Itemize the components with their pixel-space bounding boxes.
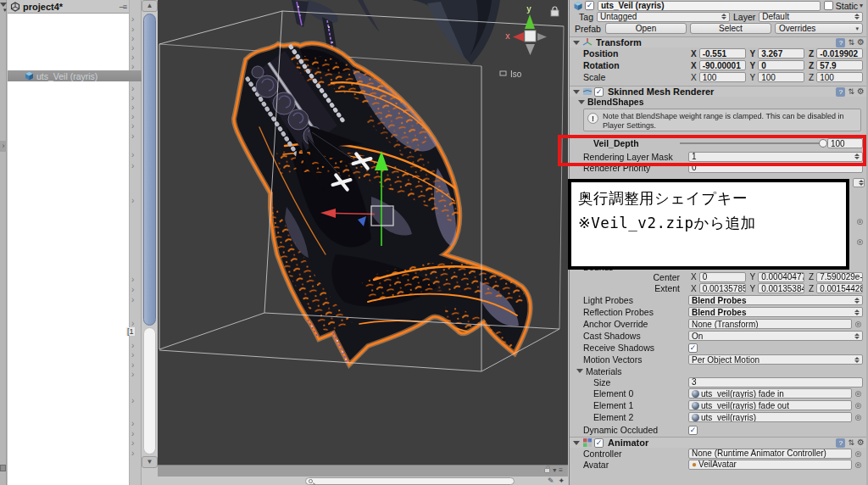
- chevron-right-icon[interactable]: ›: [131, 25, 134, 34]
- scroll-up-button[interactable]: ▲: [142, 0, 158, 12]
- position-z-field[interactable]: -0.019902: [816, 48, 863, 59]
- chevron-right-icon[interactable]: ›: [131, 103, 134, 112]
- chevron-right-icon[interactable]: ›: [131, 151, 134, 159]
- object-picker-icon[interactable]: ◎: [854, 389, 863, 398]
- chevron-right-icon[interactable]: ›: [131, 320, 134, 328]
- chevron-right-icon[interactable]: ›: [131, 85, 134, 93]
- rotation-z-field[interactable]: 57.9: [816, 60, 863, 70]
- component-enabled-checkbox[interactable]: ✓: [594, 438, 604, 448]
- chevron-right-icon[interactable]: ›: [131, 122, 134, 131]
- chevron-right-icon[interactable]: ›: [131, 342, 134, 350]
- search-input[interactable]: [305, 477, 515, 485]
- center-x-field[interactable]: 0: [699, 272, 746, 282]
- favorite-tool-icon[interactable]: ✦: [558, 477, 565, 485]
- help-icon[interactable]: ?: [836, 38, 845, 47]
- chevron-right-icon[interactable]: ›: [131, 371, 134, 379]
- dynamic-occluded-checkbox[interactable]: ✓: [688, 426, 698, 435]
- chevron-right-icon[interactable]: ›: [131, 162, 134, 170]
- extent-y-field[interactable]: 0.00135384: [758, 283, 804, 293]
- animator-header[interactable]: ✓ Animator ? ⇅ ⚙: [570, 437, 868, 448]
- chevron-right-icon[interactable]: ›: [131, 439, 134, 448]
- motion-vectors-dropdown[interactable]: Per Object Motion: [688, 354, 863, 365]
- extent-x-field[interactable]: 0.00135785: [699, 283, 746, 293]
- gizmo-center-cube[interactable]: [525, 31, 536, 42]
- chevron-right-icon[interactable]: ›: [131, 276, 134, 284]
- position-y-field[interactable]: 3.267: [758, 48, 804, 59]
- element0-object-field[interactable]: uts_veil(rayris) fade in: [688, 388, 852, 399]
- foldout-triangle-icon[interactable]: [573, 41, 580, 45]
- chevron-right-icon[interactable]: ›: [131, 197, 134, 205]
- lock-icon[interactable]: [544, 468, 550, 473]
- rotation-x-field[interactable]: -90.00001: [699, 60, 746, 70]
- skinned-mesh-renderer-header[interactable]: ✓ Skinned Mesh Renderer ? ⇅ ⚙: [570, 86, 868, 97]
- object-picker-icon[interactable]: ◎: [854, 413, 863, 421]
- scale-x-field[interactable]: 100: [699, 72, 746, 82]
- hierarchy-item-uts-veil[interactable]: uts_Veil (rayris): [8, 70, 142, 81]
- chevron-right-icon[interactable]: ›: [131, 420, 134, 428]
- edit-tool-icon[interactable]: ✎: [548, 477, 554, 485]
- scrollbar-track[interactable]: [143, 327, 156, 454]
- chevron-right-icon[interactable]: ›: [131, 15, 134, 24]
- object-picker-icon[interactable]: ◎: [855, 237, 865, 246]
- chevron-right-icon[interactable]: ›: [131, 296, 134, 304]
- receive-shadows-checkbox[interactable]: ✓: [688, 343, 698, 353]
- chevron-right-icon[interactable]: ›: [131, 351, 134, 360]
- preset-icon[interactable]: ⇅: [848, 88, 854, 96]
- chevron-right-icon[interactable]: ›: [131, 397, 134, 405]
- hierarchy-header[interactable]: project4* ‒≡: [8, 0, 129, 14]
- chevron-right-icon[interactable]: ›: [131, 361, 134, 370]
- anchor-override-object-field[interactable]: None (Transform): [688, 319, 852, 329]
- object-picker-icon[interactable]: ◎: [854, 401, 863, 410]
- preset-icon[interactable]: ⇅: [848, 39, 854, 47]
- static-dropdown-icon[interactable]: ▾: [860, 2, 863, 9]
- hamburger-menu-icon[interactable]: ≡: [559, 467, 563, 474]
- hierarchy-scrollbar[interactable]: ▲ ▼: [141, 0, 158, 485]
- object-picker-icon[interactable]: ◎: [854, 449, 863, 458]
- panel-menu-icon[interactable]: ‒≡: [120, 3, 126, 11]
- element2-object-field[interactable]: uts_veil(rayris): [688, 412, 852, 422]
- chevron-right-icon[interactable]: ›: [131, 53, 134, 62]
- controller-object-field[interactable]: None (Runtime Animator Controller): [688, 449, 852, 459]
- materials-size-field[interactable]: 3: [688, 377, 863, 387]
- foldout-triangle-icon[interactable]: [573, 90, 580, 94]
- transform-header[interactable]: Transform ? ⇅ ⚙: [570, 36, 868, 47]
- object-picker-icon[interactable]: ◎: [854, 320, 863, 328]
- static-checkbox[interactable]: ✓: [824, 1, 833, 10]
- preset-icon[interactable]: ⇅: [848, 439, 854, 447]
- chevron-right-icon[interactable]: ›: [131, 94, 134, 103]
- light-probes-dropdown[interactable]: Blend Probes: [688, 295, 863, 305]
- collapse-triangle-icon[interactable]: ▾: [0, 3, 7, 7]
- prefab-open-button[interactable]: Open: [605, 23, 687, 34]
- help-icon[interactable]: ?: [836, 87, 845, 97]
- chevron-right-icon[interactable]: ›: [0, 141, 7, 152]
- prefab-overrides-dropdown[interactable]: Overrides▾: [775, 23, 863, 34]
- gameobject-name-field[interactable]: uts_Veil (rayris): [598, 1, 821, 11]
- gear-icon[interactable]: ⚙: [857, 87, 865, 96]
- position-x-field[interactable]: -0.551: [699, 48, 746, 59]
- chevron-right-icon[interactable]: ›: [131, 132, 134, 141]
- object-picker-icon[interactable]: ◎: [854, 460, 863, 469]
- tag-dropdown[interactable]: Untagged: [597, 12, 730, 22]
- component-enabled-checkbox[interactable]: ✓: [594, 87, 604, 97]
- blendshapes-foldout[interactable]: BlendShapes: [570, 97, 868, 107]
- projection-mode-label[interactable]: Iso: [510, 70, 522, 79]
- cast-shadows-dropdown[interactable]: On: [688, 331, 863, 341]
- materials-foldout[interactable]: Materials: [570, 365, 868, 376]
- foldout-triangle-icon[interactable]: [573, 441, 580, 445]
- reflection-probes-dropdown[interactable]: Blend Probes: [688, 307, 863, 317]
- scale-y-field[interactable]: 100: [758, 72, 804, 82]
- gear-icon[interactable]: ⚙: [857, 38, 865, 47]
- chevron-right-icon[interactable]: ›: [131, 286, 134, 294]
- avatar-object-field[interactable]: ●VeilAvatar: [688, 460, 852, 470]
- scene-viewport[interactable]: y x Iso: [158, 0, 568, 465]
- help-icon[interactable]: ?: [836, 438, 845, 448]
- center-y-field[interactable]: 0.00040477: [758, 272, 804, 282]
- chevron-right-icon[interactable]: ›: [131, 113, 134, 121]
- scrollbar-thumb[interactable]: [143, 14, 156, 326]
- object-picker-icon[interactable]: ◎: [855, 217, 865, 226]
- scale-z-field[interactable]: 100: [816, 72, 863, 82]
- rotation-y-field[interactable]: 0: [758, 60, 804, 70]
- center-z-field[interactable]: 7.590029e-: [816, 272, 863, 282]
- popup-arrows-icon[interactable]: [853, 178, 865, 187]
- gear-icon[interactable]: ⚙: [857, 438, 865, 447]
